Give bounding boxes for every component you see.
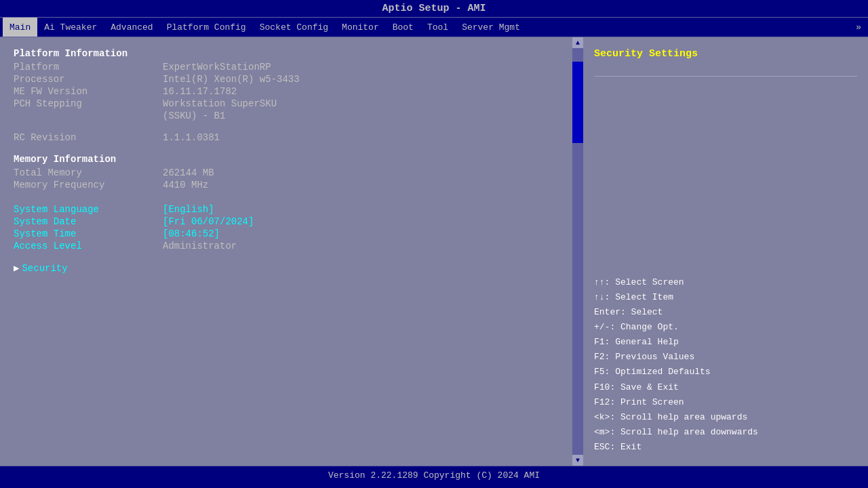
- key-line-7: F10: Save & Exit: [594, 380, 857, 395]
- system-time-row[interactable]: System Time [08:46:52]: [14, 228, 559, 239]
- memory-info-section: Memory Information Total Memory 262144 M…: [14, 154, 559, 190]
- footer: Version 2.22.1289 Copyright (C) 2024 AMI: [0, 466, 868, 485]
- platform-info-section: Platform Information Platform ExpertWork…: [14, 48, 559, 121]
- system-time-value: [08:46:52]: [163, 228, 220, 239]
- security-row[interactable]: ▶ Security: [14, 262, 559, 274]
- platform-label: Platform: [14, 62, 163, 73]
- platform-row: Platform ExpertWorkStationRP: [14, 62, 559, 73]
- platform-info-title: Platform Information: [14, 48, 559, 59]
- nav-item-platform-config[interactable]: Platform Config: [160, 18, 253, 37]
- key-line-11: ESC: Exit: [594, 440, 857, 455]
- key-line-10: <m>: Scroll help area downwards: [594, 425, 857, 440]
- access-level-label: Access Level: [14, 241, 163, 251]
- memory-freq-value: 4410 MHz: [163, 180, 208, 190]
- key-line-0: ↑↑: Select Screen: [594, 275, 857, 290]
- nav-bar: MainAi TweakerAdvancedPlatform ConfigSoc…: [0, 17, 868, 37]
- security-label: Security: [22, 263, 67, 274]
- rc-revision-label: RC Revision: [14, 132, 163, 143]
- system-language-label: System Language: [14, 204, 163, 215]
- rc-revision-row: RC Revision 1.1.1.0381: [14, 132, 559, 143]
- footer-text: Version 2.22.1289 Copyright (C) 2024 AMI: [328, 470, 540, 481]
- memory-freq-row: Memory Frequency 4410 MHz: [14, 180, 559, 190]
- processor-value: Intel(R) Xeon(R) w5-3433: [163, 74, 300, 85]
- scrollbar[interactable]: ▲ ▼: [572, 37, 583, 466]
- total-memory-value: 262144 MB: [163, 167, 214, 178]
- left-panel: Platform Information Platform ExpertWork…: [0, 37, 572, 466]
- processor-row: Processor Intel(R) Xeon(R) w5-3433: [14, 74, 559, 85]
- security-arrow-icon: ▶: [14, 262, 19, 274]
- app-title: Aptio Setup - AMI: [382, 3, 486, 14]
- key-help-section: ↑↑: Select Screen↑↓: Select ItemEnter: S…: [594, 275, 857, 455]
- key-line-3: +/-: Change Opt.: [594, 320, 857, 335]
- pch-stepping-cont-value: (SSKU) - B1: [163, 110, 225, 121]
- rc-revision-value: 1.1.1.0381: [163, 132, 220, 143]
- system-language-row[interactable]: System Language [English]: [14, 204, 559, 215]
- me-fw-label: ME FW Version: [14, 86, 163, 97]
- me-fw-value: 16.11.17.1782: [163, 86, 237, 97]
- pch-stepping-cont-row: (SSKU) - B1: [14, 110, 559, 121]
- key-line-9: <k>: Scroll help area upwards: [594, 410, 857, 425]
- interactive-section: System Language [English] System Date [F…: [14, 204, 559, 251]
- title-bar: Aptio Setup - AMI: [0, 0, 868, 17]
- scroll-track: [572, 48, 583, 455]
- key-line-5: F2: Previous Values: [594, 350, 857, 365]
- key-line-4: F1: General Help: [594, 335, 857, 350]
- nav-item-advanced[interactable]: Advanced: [104, 18, 159, 37]
- key-line-2: Enter: Select: [594, 305, 857, 320]
- pch-stepping-value: Workstation SuperSKU: [163, 98, 277, 109]
- scroll-down-button[interactable]: ▼: [572, 455, 583, 466]
- key-line-1: ↑↓: Select Item: [594, 290, 857, 305]
- nav-item-server-mgmt[interactable]: Server Mgmt: [455, 18, 527, 37]
- pch-stepping-label: PCH Stepping: [14, 98, 163, 109]
- system-date-row[interactable]: System Date [Fri 06/07/2024]: [14, 216, 559, 227]
- nav-item-tool[interactable]: Tool: [420, 18, 455, 37]
- pch-stepping-row: PCH Stepping Workstation SuperSKU: [14, 98, 559, 109]
- right-panel: Security Settings ↑↑: Select Screen↑↓: S…: [583, 37, 868, 466]
- total-memory-row: Total Memory 262144 MB: [14, 167, 559, 178]
- nav-item-socket-config[interactable]: Socket Config: [253, 18, 335, 37]
- access-level-row: Access Level Administrator: [14, 241, 559, 251]
- system-date-value: [Fri 06/07/2024]: [163, 216, 254, 227]
- access-level-value: Administrator: [163, 241, 237, 251]
- key-line-8: F12: Print Screen: [594, 395, 857, 410]
- scroll-thumb[interactable]: [572, 62, 583, 143]
- scroll-up-button[interactable]: ▲: [572, 37, 583, 48]
- total-memory-label: Total Memory: [14, 167, 163, 178]
- main-content: Platform Information Platform ExpertWork…: [0, 37, 868, 466]
- me-fw-row: ME FW Version 16.11.17.1782: [14, 86, 559, 97]
- nav-item-boot[interactable]: Boot: [386, 18, 420, 37]
- rc-revision-section: RC Revision 1.1.1.0381: [14, 132, 559, 143]
- system-date-label: System Date: [14, 216, 163, 227]
- nav-more: »: [852, 18, 865, 37]
- system-language-value: [English]: [163, 204, 214, 215]
- nav-item-ai-tweaker[interactable]: Ai Tweaker: [37, 18, 104, 37]
- right-panel-title: Security Settings: [594, 48, 857, 60]
- system-time-label: System Time: [14, 228, 163, 239]
- processor-label: Processor: [14, 74, 163, 85]
- memory-freq-label: Memory Frequency: [14, 180, 163, 190]
- key-line-6: F5: Optimized Defaults: [594, 365, 857, 380]
- memory-info-title: Memory Information: [14, 154, 559, 165]
- nav-item-monitor[interactable]: Monitor: [335, 18, 386, 37]
- nav-item-main[interactable]: Main: [3, 18, 37, 37]
- platform-value: ExpertWorkStationRP: [163, 62, 271, 73]
- pch-stepping-cont-label: [14, 110, 163, 121]
- right-divider: [594, 76, 857, 77]
